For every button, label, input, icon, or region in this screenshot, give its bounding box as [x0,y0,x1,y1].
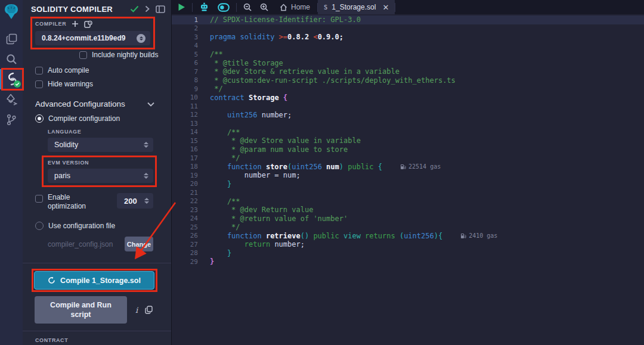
compiler-version-select[interactable]: 0.8.24+commit.e11b9ed9 [35,31,150,45]
tab-home[interactable]: Home [273,0,317,14]
code-line[interactable]: 27 return number; [172,240,644,249]
code-line[interactable]: 17 */ [172,154,644,163]
line-number[interactable]: 29 [172,258,198,266]
compiler-config-radio[interactable] [35,114,44,123]
use-config-file-radio[interactable] [35,222,44,230]
optimization-runs-input[interactable]: 200 [117,193,153,209]
line-number[interactable]: 17 [172,154,198,162]
code-line[interactable]: 14 /** [172,128,644,137]
run-script-button[interactable] [172,0,190,14]
code-line[interactable]: 25 */ [172,223,644,232]
code-line[interactable]: 26 function retrieve() public view retur… [172,232,644,241]
ai-assistant-button[interactable] [195,0,213,14]
line-number[interactable]: 23 [172,206,198,214]
code-line[interactable]: 24 * @return value of 'number' [172,215,644,223]
deploy-run-button[interactable] [0,89,23,110]
compile-section: Compile 1_Storage.sol [34,271,154,290]
add-compiler-button[interactable] [72,20,79,27]
line-number[interactable]: 28 [172,249,198,257]
code-line[interactable]: 4 [172,42,644,51]
code-line[interactable]: 3pragma solidity >=0.8.2 <0.9.0; [172,33,644,42]
code-line[interactable]: 5/** [172,50,644,59]
code-line[interactable]: 19 number = num; [172,171,644,180]
line-number[interactable]: 16 [172,145,198,153]
code-line[interactable]: 22 /** [172,197,644,206]
line-number[interactable]: 24 [172,215,198,222]
pin-panel-button[interactable] [156,5,165,13]
line-number[interactable]: 25 [172,223,198,231]
line-number[interactable]: 11 [172,102,198,110]
line-number[interactable]: 12 [172,111,198,119]
solidity-file-icon: S [324,4,327,11]
line-number[interactable]: 3 [172,33,198,41]
line-number[interactable]: 5 [172,51,198,58]
play-icon [178,3,185,11]
line-number[interactable]: 20 [172,180,198,188]
change-config-button[interactable]: Change [125,237,153,251]
collapse-panel-button[interactable] [145,5,150,13]
advanced-config-title: Advanced Configurations [35,100,147,108]
auto-compile-checkbox[interactable] [35,67,43,74]
code-line[interactable]: 9 */ [172,85,644,94]
line-number[interactable]: 19 [172,172,198,179]
line-number[interactable]: 4 [172,42,198,49]
nightly-builds-checkbox[interactable] [79,51,87,59]
line-number[interactable]: 9 [172,85,198,93]
reload-compiler-icon [84,20,92,28]
code-editor[interactable]: 1// SPDX-License-Identifier: GPL-3.023pr… [172,14,644,345]
advanced-config-header[interactable]: Advanced Configurations [35,100,154,108]
code-line[interactable]: 21 [172,188,644,197]
code-line[interactable]: 7 * @dev Store & retrieve value in a var… [172,67,644,76]
code-line[interactable]: 11 [172,102,644,111]
zoom-out-button[interactable] [239,0,256,14]
zoom-in-button[interactable] [256,0,273,14]
line-number[interactable]: 15 [172,137,198,145]
code-line[interactable]: 16 * @param num value to store [172,145,644,154]
line-number[interactable]: 26 [172,232,198,240]
evm-version-select[interactable]: paris [48,169,153,183]
code-line[interactable]: 18 function store(uint256 num) public {2… [172,163,644,172]
code-line[interactable]: 6 * @title Storage [172,59,644,68]
code-line[interactable]: 1// SPDX-License-Identifier: GPL-3.0 [172,15,644,24]
close-tab-icon[interactable]: ✕ [382,3,389,12]
code-line[interactable]: 10contract Storage { [172,94,644,102]
line-number[interactable]: 7 [172,68,198,76]
line-number[interactable]: 10 [172,94,198,101]
info-icon[interactable]: i [135,306,138,315]
code-line[interactable]: 29} [172,257,644,266]
search-button[interactable] [0,49,23,69]
line-number[interactable]: 13 [172,120,198,128]
code-line[interactable]: 8 * @custom:dev-run-script ./scripts/dep… [172,76,644,85]
tab-storage-sol[interactable]: S 1_Storage.sol ✕ [318,0,395,14]
line-number[interactable]: 6 [172,59,198,67]
select-arrows-icon [144,173,148,179]
code-line[interactable]: 23 * @dev Return value [172,206,644,215]
code-line[interactable]: 12 uint256 number; [172,111,644,120]
code-line[interactable]: 28 } [172,249,644,258]
compile-button[interactable]: Compile 1_Storage.sol [34,271,154,290]
line-number[interactable]: 22 [172,197,198,205]
code-line[interactable]: 13 [172,119,644,128]
line-number[interactable]: 27 [172,241,198,248]
language-select[interactable]: Solidity [48,138,153,152]
file-explorer-button[interactable] [0,29,23,49]
compile-and-run-button[interactable]: Compile and Run script [35,296,127,324]
code-line[interactable]: 20 } [172,180,644,189]
line-number[interactable]: 8 [172,76,198,84]
copilot-toggle[interactable] [213,0,234,14]
line-number[interactable]: 18 [172,163,198,170]
line-number[interactable]: 14 [172,128,198,136]
config-file-name: compiler_config.json [48,240,125,248]
code-line[interactable]: 2 [172,24,644,33]
code-line[interactable]: 15 * @dev Store value in variable [172,136,644,145]
enable-optimization-checkbox[interactable] [35,195,43,203]
line-number[interactable]: 1 [172,16,198,24]
copy-icon[interactable] [145,306,153,315]
line-number[interactable]: 2 [172,24,198,32]
line-number[interactable]: 21 [172,189,198,197]
reload-compiler-button[interactable] [84,20,92,28]
git-button[interactable] [0,110,23,130]
remix-logo-icon[interactable] [0,1,23,23]
hide-warnings-checkbox[interactable] [35,80,43,88]
solidity-compiler-button[interactable] [0,69,23,89]
